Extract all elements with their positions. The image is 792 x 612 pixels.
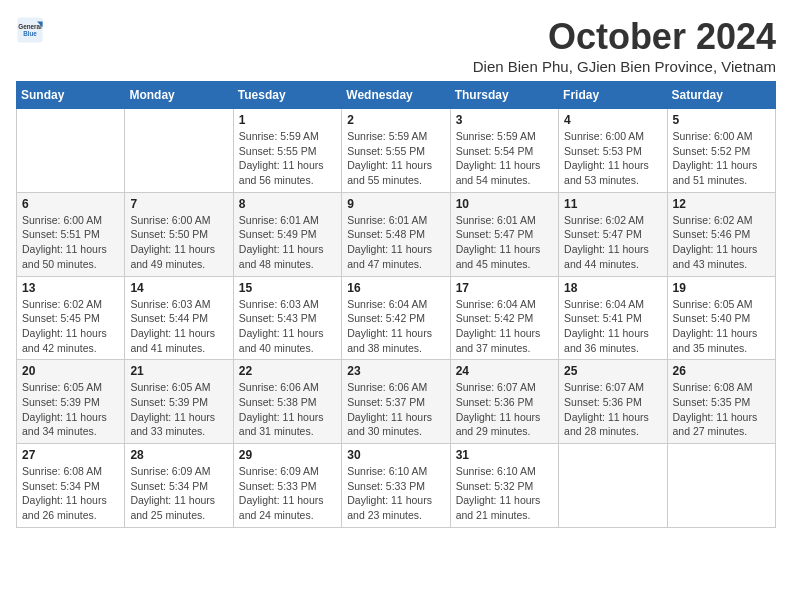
calendar-cell: 13Sunrise: 6:02 AM Sunset: 5:45 PM Dayli…: [17, 276, 125, 360]
day-number: 4: [564, 113, 661, 127]
day-number: 26: [673, 364, 770, 378]
day-detail: Sunrise: 6:02 AM Sunset: 5:45 PM Dayligh…: [22, 297, 119, 356]
day-detail: Sunrise: 6:03 AM Sunset: 5:43 PM Dayligh…: [239, 297, 336, 356]
logo-icon: General Blue: [16, 16, 44, 44]
week-row-5: 27Sunrise: 6:08 AM Sunset: 5:34 PM Dayli…: [17, 444, 776, 528]
week-row-4: 20Sunrise: 6:05 AM Sunset: 5:39 PM Dayli…: [17, 360, 776, 444]
day-detail: Sunrise: 6:08 AM Sunset: 5:34 PM Dayligh…: [22, 464, 119, 523]
day-detail: Sunrise: 6:01 AM Sunset: 5:47 PM Dayligh…: [456, 213, 553, 272]
calendar-cell: 31Sunrise: 6:10 AM Sunset: 5:32 PM Dayli…: [450, 444, 558, 528]
month-title: October 2024: [473, 16, 776, 58]
day-number: 22: [239, 364, 336, 378]
day-number: 28: [130, 448, 227, 462]
day-number: 1: [239, 113, 336, 127]
weekday-header-sunday: Sunday: [17, 82, 125, 109]
week-row-3: 13Sunrise: 6:02 AM Sunset: 5:45 PM Dayli…: [17, 276, 776, 360]
day-detail: Sunrise: 6:02 AM Sunset: 5:47 PM Dayligh…: [564, 213, 661, 272]
calendar-cell: 25Sunrise: 6:07 AM Sunset: 5:36 PM Dayli…: [559, 360, 667, 444]
day-detail: Sunrise: 6:05 AM Sunset: 5:40 PM Dayligh…: [673, 297, 770, 356]
calendar-cell: 17Sunrise: 6:04 AM Sunset: 5:42 PM Dayli…: [450, 276, 558, 360]
logo: General Blue: [16, 16, 44, 44]
calendar-cell: [667, 444, 775, 528]
day-detail: Sunrise: 6:05 AM Sunset: 5:39 PM Dayligh…: [22, 380, 119, 439]
day-number: 24: [456, 364, 553, 378]
day-number: 11: [564, 197, 661, 211]
day-number: 13: [22, 281, 119, 295]
title-block: October 2024 Dien Bien Phu, GJien Bien P…: [473, 16, 776, 75]
day-detail: Sunrise: 6:00 AM Sunset: 5:52 PM Dayligh…: [673, 129, 770, 188]
day-number: 19: [673, 281, 770, 295]
weekday-header-monday: Monday: [125, 82, 233, 109]
day-detail: Sunrise: 6:10 AM Sunset: 5:32 PM Dayligh…: [456, 464, 553, 523]
day-number: 6: [22, 197, 119, 211]
calendar-cell: 20Sunrise: 6:05 AM Sunset: 5:39 PM Dayli…: [17, 360, 125, 444]
calendar-cell: 15Sunrise: 6:03 AM Sunset: 5:43 PM Dayli…: [233, 276, 341, 360]
day-detail: Sunrise: 6:04 AM Sunset: 5:41 PM Dayligh…: [564, 297, 661, 356]
day-number: 3: [456, 113, 553, 127]
day-detail: Sunrise: 6:06 AM Sunset: 5:37 PM Dayligh…: [347, 380, 444, 439]
calendar-cell: 9Sunrise: 6:01 AM Sunset: 5:48 PM Daylig…: [342, 192, 450, 276]
day-number: 12: [673, 197, 770, 211]
calendar-cell: 16Sunrise: 6:04 AM Sunset: 5:42 PM Dayli…: [342, 276, 450, 360]
day-detail: Sunrise: 5:59 AM Sunset: 5:55 PM Dayligh…: [347, 129, 444, 188]
day-number: 23: [347, 364, 444, 378]
calendar-cell: 18Sunrise: 6:04 AM Sunset: 5:41 PM Dayli…: [559, 276, 667, 360]
day-number: 10: [456, 197, 553, 211]
day-detail: Sunrise: 6:01 AM Sunset: 5:49 PM Dayligh…: [239, 213, 336, 272]
day-number: 9: [347, 197, 444, 211]
calendar-cell: 28Sunrise: 6:09 AM Sunset: 5:34 PM Dayli…: [125, 444, 233, 528]
day-detail: Sunrise: 6:00 AM Sunset: 5:51 PM Dayligh…: [22, 213, 119, 272]
day-detail: Sunrise: 6:06 AM Sunset: 5:38 PM Dayligh…: [239, 380, 336, 439]
calendar-cell: 19Sunrise: 6:05 AM Sunset: 5:40 PM Dayli…: [667, 276, 775, 360]
weekday-header-row: SundayMondayTuesdayWednesdayThursdayFrid…: [17, 82, 776, 109]
svg-text:General: General: [18, 23, 42, 30]
day-detail: Sunrise: 6:04 AM Sunset: 5:42 PM Dayligh…: [456, 297, 553, 356]
day-number: 5: [673, 113, 770, 127]
calendar-cell: 14Sunrise: 6:03 AM Sunset: 5:44 PM Dayli…: [125, 276, 233, 360]
calendar-cell: 6Sunrise: 6:00 AM Sunset: 5:51 PM Daylig…: [17, 192, 125, 276]
day-detail: Sunrise: 6:09 AM Sunset: 5:33 PM Dayligh…: [239, 464, 336, 523]
day-number: 16: [347, 281, 444, 295]
day-number: 20: [22, 364, 119, 378]
calendar-cell: 7Sunrise: 6:00 AM Sunset: 5:50 PM Daylig…: [125, 192, 233, 276]
calendar-cell: 3Sunrise: 5:59 AM Sunset: 5:54 PM Daylig…: [450, 109, 558, 193]
calendar-cell: 8Sunrise: 6:01 AM Sunset: 5:49 PM Daylig…: [233, 192, 341, 276]
calendar-cell: [559, 444, 667, 528]
day-number: 7: [130, 197, 227, 211]
calendar-cell: 30Sunrise: 6:10 AM Sunset: 5:33 PM Dayli…: [342, 444, 450, 528]
weekday-header-friday: Friday: [559, 82, 667, 109]
weekday-header-thursday: Thursday: [450, 82, 558, 109]
location-subtitle: Dien Bien Phu, GJien Bien Province, Viet…: [473, 58, 776, 75]
day-number: 21: [130, 364, 227, 378]
day-number: 18: [564, 281, 661, 295]
day-detail: Sunrise: 6:07 AM Sunset: 5:36 PM Dayligh…: [564, 380, 661, 439]
day-detail: Sunrise: 6:00 AM Sunset: 5:53 PM Dayligh…: [564, 129, 661, 188]
calendar-cell: [17, 109, 125, 193]
week-row-2: 6Sunrise: 6:00 AM Sunset: 5:51 PM Daylig…: [17, 192, 776, 276]
day-detail: Sunrise: 5:59 AM Sunset: 5:54 PM Dayligh…: [456, 129, 553, 188]
week-row-1: 1Sunrise: 5:59 AM Sunset: 5:55 PM Daylig…: [17, 109, 776, 193]
day-detail: Sunrise: 6:08 AM Sunset: 5:35 PM Dayligh…: [673, 380, 770, 439]
calendar-cell: 12Sunrise: 6:02 AM Sunset: 5:46 PM Dayli…: [667, 192, 775, 276]
day-detail: Sunrise: 5:59 AM Sunset: 5:55 PM Dayligh…: [239, 129, 336, 188]
day-number: 14: [130, 281, 227, 295]
calendar-table: SundayMondayTuesdayWednesdayThursdayFrid…: [16, 81, 776, 528]
calendar-cell: 10Sunrise: 6:01 AM Sunset: 5:47 PM Dayli…: [450, 192, 558, 276]
calendar-cell: 24Sunrise: 6:07 AM Sunset: 5:36 PM Dayli…: [450, 360, 558, 444]
day-detail: Sunrise: 6:09 AM Sunset: 5:34 PM Dayligh…: [130, 464, 227, 523]
calendar-cell: 21Sunrise: 6:05 AM Sunset: 5:39 PM Dayli…: [125, 360, 233, 444]
day-number: 30: [347, 448, 444, 462]
calendar-cell: 4Sunrise: 6:00 AM Sunset: 5:53 PM Daylig…: [559, 109, 667, 193]
day-number: 31: [456, 448, 553, 462]
calendar-cell: 2Sunrise: 5:59 AM Sunset: 5:55 PM Daylig…: [342, 109, 450, 193]
day-number: 15: [239, 281, 336, 295]
calendar-cell: 22Sunrise: 6:06 AM Sunset: 5:38 PM Dayli…: [233, 360, 341, 444]
day-number: 8: [239, 197, 336, 211]
day-number: 29: [239, 448, 336, 462]
day-detail: Sunrise: 6:10 AM Sunset: 5:33 PM Dayligh…: [347, 464, 444, 523]
day-detail: Sunrise: 6:01 AM Sunset: 5:48 PM Dayligh…: [347, 213, 444, 272]
day-detail: Sunrise: 6:00 AM Sunset: 5:50 PM Dayligh…: [130, 213, 227, 272]
day-detail: Sunrise: 6:03 AM Sunset: 5:44 PM Dayligh…: [130, 297, 227, 356]
day-number: 25: [564, 364, 661, 378]
day-number: 17: [456, 281, 553, 295]
